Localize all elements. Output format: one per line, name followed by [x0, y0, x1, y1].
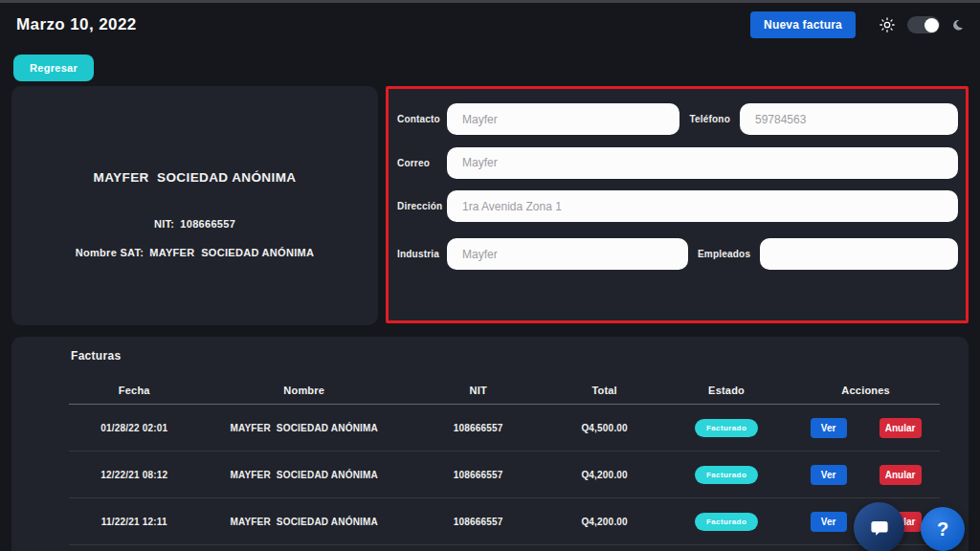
form-row-direccion: Dirección	[397, 190, 958, 222]
view-invoice-button[interactable]: Ver	[811, 465, 847, 485]
company-form-card-highlighted: Contacto Teléfono Correo Dirección Indus…	[386, 86, 969, 323]
new-invoice-button[interactable]: Nueva factura	[750, 11, 856, 38]
moon-icon	[951, 18, 965, 32]
void-invoice-button[interactable]: Anular	[880, 418, 922, 438]
invoice-nit: 108666557	[409, 423, 548, 433]
table-row: 11/22/21 12:11 MAYFER SOCIEDAD ANÓNIMA 1…	[69, 498, 940, 545]
invoice-date: 01/28/22 02:01	[69, 423, 200, 433]
empleados-label: Empleados	[688, 249, 760, 259]
chat-button[interactable]	[854, 502, 904, 551]
col-header-fecha: Fecha	[69, 385, 200, 396]
view-invoice-button[interactable]: Ver	[811, 512, 847, 532]
contacto-label: Contacto	[397, 114, 447, 124]
main-content: MAYFER SOCIEDAD ANÓNIMA NIT:108666557 No…	[11, 86, 969, 325]
telefono-label: Teléfono	[679, 114, 740, 124]
invoice-total: Q4,200.00	[547, 517, 660, 527]
header: Marzo 10, 2022 Nueva factura	[16, 11, 965, 38]
table-row: 01/28/22 02:01 MAYFER SOCIEDAD ANÓNIMA 1…	[69, 405, 940, 452]
theme-toggle[interactable]	[907, 16, 940, 33]
company-summary-card: MAYFER SOCIEDAD ANÓNIMA NIT:108666557 No…	[11, 86, 378, 325]
invoice-status-cell: Facturado	[661, 419, 792, 437]
status-badge: Facturado	[695, 466, 758, 484]
invoice-date: 12/22/21 08:12	[69, 470, 200, 480]
void-invoice-button[interactable]: Anular	[880, 465, 922, 485]
sun-icon	[879, 16, 896, 33]
invoice-status-cell: Facturado	[661, 466, 792, 484]
col-header-acciones: Acciones	[791, 385, 940, 396]
empleados-input[interactable]	[760, 238, 958, 270]
invoice-actions-cell: Ver Anular	[791, 465, 940, 485]
invoice-name: MAYFER SOCIEDAD ANÓNIMA	[200, 517, 409, 527]
table-header-row: Fecha Nombre NIT Total Estado Acciones	[69, 376, 940, 405]
status-badge: Facturado	[695, 513, 758, 531]
invoice-total: Q4,500.00	[547, 423, 660, 433]
company-name: MAYFER SOCIEDAD ANÓNIMA	[94, 170, 297, 185]
correo-label: Correo	[397, 158, 447, 168]
back-button[interactable]: Regresar	[13, 55, 94, 81]
invoices-table: Fecha Nombre NIT Total Estado Acciones 0…	[69, 376, 940, 545]
invoice-nit: 108666557	[409, 470, 548, 480]
sat-value: MAYFER SOCIEDAD ANÓNIMA	[149, 247, 314, 258]
invoice-name: MAYFER SOCIEDAD ANÓNIMA	[200, 470, 409, 480]
nit-label: NIT:	[154, 218, 174, 230]
header-actions: Nueva factura	[750, 11, 965, 38]
invoice-status-cell: Facturado	[661, 513, 792, 531]
page-title: Marzo 10, 2022	[16, 15, 137, 34]
col-header-nombre: Nombre	[200, 385, 409, 396]
invoices-title: Facturas	[71, 349, 969, 363]
invoice-total: Q4,200.00	[547, 470, 660, 480]
form-row-industria: Industria Empleados	[397, 238, 958, 270]
direccion-input[interactable]	[447, 190, 958, 222]
invoice-name: MAYFER SOCIEDAD ANÓNIMA	[200, 423, 409, 433]
industria-label: Industria	[397, 249, 447, 259]
industria-input[interactable]	[447, 238, 688, 270]
nit-value: 108666557	[180, 218, 235, 230]
view-invoice-button[interactable]: Ver	[811, 418, 847, 438]
col-header-nit: NIT	[409, 385, 548, 396]
company-nit-line: NIT:108666557	[154, 218, 235, 230]
theme-toggle-knob	[924, 18, 939, 33]
company-sat-line: Nombre SAT:MAYFER SOCIEDAD ANÓNIMA	[76, 247, 315, 258]
direccion-label: Dirección	[397, 201, 447, 211]
col-header-estado: Estado	[661, 385, 792, 396]
status-badge: Facturado	[695, 419, 758, 437]
table-row: 12/22/21 08:12 MAYFER SOCIEDAD ANÓNIMA 1…	[69, 452, 940, 498]
col-header-total: Total	[547, 385, 660, 396]
telefono-input[interactable]	[740, 103, 958, 135]
contacto-input[interactable]	[447, 103, 679, 135]
correo-input[interactable]	[447, 147, 958, 179]
invoice-date: 11/22/21 12:11	[69, 517, 200, 527]
invoices-card: Facturas Fecha Nombre NIT Total Estado A…	[11, 337, 969, 551]
invoice-nit: 108666557	[409, 517, 548, 527]
chat-bubble-icon	[868, 517, 891, 540]
question-mark-icon: ?	[937, 518, 948, 540]
sat-label: Nombre SAT:	[76, 247, 145, 258]
window-top-strip	[0, 0, 980, 3]
help-button[interactable]: ?	[921, 507, 965, 551]
form-row-contacto: Contacto Teléfono	[397, 103, 958, 135]
form-row-correo: Correo	[397, 147, 958, 179]
invoice-actions-cell: Ver Anular	[791, 418, 940, 438]
